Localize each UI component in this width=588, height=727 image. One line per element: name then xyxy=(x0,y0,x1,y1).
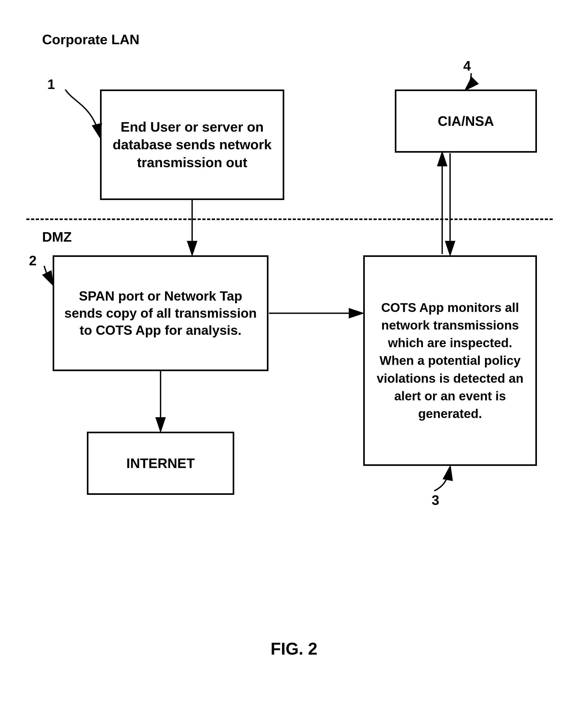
internet-text: INTERNET xyxy=(126,455,195,471)
figure-label: FIG. 2 xyxy=(271,639,317,659)
end-user-box: End User or server on database sends net… xyxy=(100,89,284,200)
cots-app-box: COTS App monitors all network transmissi… xyxy=(363,255,537,466)
internet-box: INTERNET xyxy=(87,432,234,495)
end-user-text: End User or server on database sends net… xyxy=(102,113,283,177)
dmz-dashed-line xyxy=(26,219,553,220)
cia-nsa-text: CIA/NSA xyxy=(438,113,494,129)
label-1: 1 xyxy=(47,76,55,92)
dmz-label: DMZ xyxy=(42,229,72,245)
label-3: 3 xyxy=(432,492,439,508)
label-2: 2 xyxy=(29,253,37,269)
diagram-container: Corporate LAN DMZ 1 2 3 4 End User or se… xyxy=(0,0,588,727)
span-port-text: SPAN port or Network Tap sends copy of a… xyxy=(54,283,267,344)
label-4: 4 xyxy=(463,58,471,74)
corporate-lan-label: Corporate LAN xyxy=(42,32,140,47)
cia-nsa-box: CIA/NSA xyxy=(395,89,537,153)
span-port-box: SPAN port or Network Tap sends copy of a… xyxy=(52,255,269,371)
cots-app-text: COTS App monitors all network transmissi… xyxy=(365,292,536,429)
